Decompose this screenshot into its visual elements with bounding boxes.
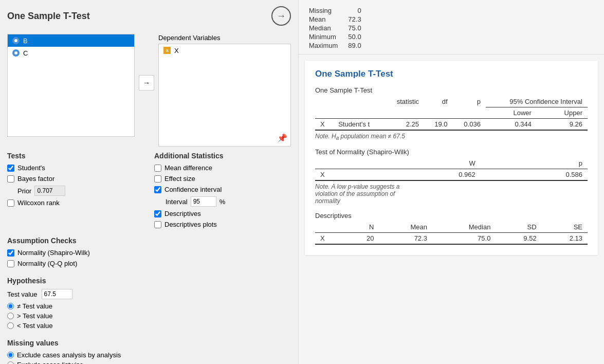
additional-statistics-title: Additional Statistics (154, 152, 291, 160)
missing-values-section: Missing values Exclude cases analysis by… (7, 339, 291, 364)
t-test-section-label: One Sample T-Test (315, 86, 588, 94)
stat-label-mean: Mean (309, 15, 348, 24)
desc-col-mean: Mean (379, 222, 432, 233)
test-bayes: Bayes factor (7, 175, 144, 183)
assumption-checks-section: Assumption Checks Normality (Shapiro-Wil… (7, 236, 291, 270)
test-value-label: Test value (7, 290, 38, 298)
scale-icon-b (12, 37, 20, 45)
stat-descriptives-plots: Descriptives plots (154, 221, 291, 228)
hypothesis-not-equal: ≠ Test value (7, 302, 291, 310)
normality-col-var (315, 158, 374, 169)
stat-descriptives: Descriptives (154, 210, 291, 217)
t-test-sub-df (424, 107, 453, 119)
stat-effect-size: Effect size (154, 175, 291, 183)
t-test-col-test (333, 96, 384, 107)
stat-descriptives-plots-checkbox[interactable] (154, 221, 161, 228)
stat-conf-interval: Confidence interval (154, 186, 291, 193)
t-test-cell-var: X (315, 119, 333, 131)
t-test-col-var (315, 96, 333, 107)
dep-var-label-x: X (174, 47, 179, 54)
tests-section: Tests Student's Bayes factor Prior Wilco… (7, 152, 144, 210)
desc-cell-var: X (315, 233, 344, 245)
variable-area: B C → Dependent Variables (7, 34, 291, 147)
dependent-variable-area: Dependent Variables a X 📌 (158, 34, 291, 147)
stat-effect-size-label: Effect size (164, 175, 195, 183)
stat-row-minimum: Minimum 50.0 (309, 32, 361, 41)
normality-cell-p: 0.586 (481, 169, 588, 181)
svg-point-1 (14, 39, 17, 42)
test-value-input[interactable] (42, 289, 72, 299)
prior-input[interactable] (34, 186, 65, 196)
run-button[interactable]: → (271, 6, 291, 26)
stat-value-median: 75.0 (348, 24, 361, 32)
assumption-normality-qq-checkbox[interactable] (7, 260, 14, 267)
t-test-col-statistic: statistic (384, 96, 424, 107)
test-wilcoxon-checkbox[interactable] (7, 199, 14, 207)
additional-statistics-section: Additional Statistics Mean difference Ef… (154, 152, 291, 231)
normality-note: Note. A low p-value suggests aviolation … (315, 183, 588, 205)
t-test-sub-p (453, 107, 486, 119)
hypothesis-greater-radio[interactable] (7, 313, 14, 319)
t-test-cell-test: Student's t (333, 119, 384, 131)
results-content: One Sample T-Test One Sample T-Test stat… (305, 61, 598, 255)
stat-descriptives-checkbox[interactable] (154, 210, 161, 217)
missing-listwise-radio[interactable] (7, 361, 14, 364)
tests-title: Tests (7, 152, 144, 160)
missing-by-analysis-radio[interactable] (7, 352, 14, 358)
test-wilcoxon: Wilcoxon rank (7, 199, 144, 207)
desc-cell-mean: 72.3 (379, 233, 432, 245)
hypothesis-greater: > Test value (7, 312, 291, 320)
stat-mean-diff: Mean difference (154, 164, 291, 172)
hypothesis-less-radio[interactable] (7, 322, 14, 329)
variable-item-c[interactable]: C (8, 47, 134, 59)
var-label-b: B (23, 37, 28, 45)
stat-descriptives-label: Descriptives (164, 210, 201, 217)
stat-label-maximum: Maximum (309, 41, 348, 50)
descriptives-row-x: X 20 72.3 75.0 9.52 2.13 (315, 233, 588, 245)
top-stats-table: Missing 0 Mean 72.3 Median 75.0 Minimum … (309, 6, 361, 50)
test-value-row: Test value (7, 289, 291, 299)
stat-row-maximum: Maximum 89.0 (309, 41, 361, 50)
normality-row-x: X 0.962 0.586 (315, 169, 588, 181)
hypothesis-not-equal-radio[interactable] (7, 303, 14, 310)
var-label-c: C (23, 49, 28, 57)
interval-input[interactable] (191, 196, 216, 207)
stat-conf-interval-checkbox[interactable] (154, 186, 161, 193)
stat-value-missing: 0 (348, 6, 361, 15)
descriptives-section-label: Descriptives (315, 212, 588, 220)
stat-label-minimum: Minimum (309, 32, 348, 41)
missing-by-analysis-label: Exclude cases analysis by analysis (17, 351, 121, 359)
dependent-variable-box: a X 📌 (158, 44, 291, 147)
stat-row-missing: Missing 0 (309, 6, 361, 15)
variable-item-b[interactable]: B (8, 34, 134, 47)
normality-section-label: Test of Normality (Shapiro-Wilk) (315, 148, 588, 156)
title-bar: One Sample T-Test → (7, 6, 291, 26)
variable-list: B C (7, 34, 135, 137)
stat-row-mean: Mean 72.3 (309, 15, 361, 24)
test-bayes-checkbox[interactable] (7, 175, 14, 183)
t-test-table: statistic df p 95% Confidence Interval L… (315, 96, 588, 131)
t-test-row-x: X Student's t 2.25 19.0 0.036 0.344 9.26 (315, 119, 588, 131)
dependent-variables-label: Dependent Variables (158, 34, 291, 42)
stat-row-median: Median 75.0 (309, 24, 361, 32)
stat-value-maximum: 89.0 (348, 41, 361, 50)
test-students-checkbox[interactable] (7, 165, 14, 172)
left-panel: One Sample T-Test → B (0, 0, 298, 364)
move-to-dependent-button[interactable]: → (139, 75, 154, 90)
dep-var-item-x[interactable]: a X (159, 44, 290, 57)
missing-listwise: Exclude cases listwise (7, 361, 291, 364)
svg-point-3 (14, 51, 17, 54)
stat-mean-diff-checkbox[interactable] (154, 165, 161, 172)
assumption-normality-qq: Normality (Q-Q plot) (7, 260, 291, 267)
top-stats: Missing 0 Mean 72.3 Median 75.0 Minimum … (299, 0, 604, 54)
missing-by-analysis: Exclude cases analysis by analysis (7, 351, 291, 359)
stat-effect-size-checkbox[interactable] (154, 175, 161, 183)
t-test-sub-lower: Lower (486, 107, 537, 119)
assumption-normality-sw-checkbox[interactable] (7, 249, 14, 257)
assumption-normality-qq-label: Normality (Q-Q plot) (17, 260, 77, 267)
t-test-col-df: df (424, 96, 453, 107)
results-title: One Sample T-Test (315, 69, 588, 79)
desc-col-var (315, 222, 344, 233)
test-bayes-label: Bayes factor (17, 175, 54, 183)
t-test-cell-df: 19.0 (424, 119, 453, 131)
